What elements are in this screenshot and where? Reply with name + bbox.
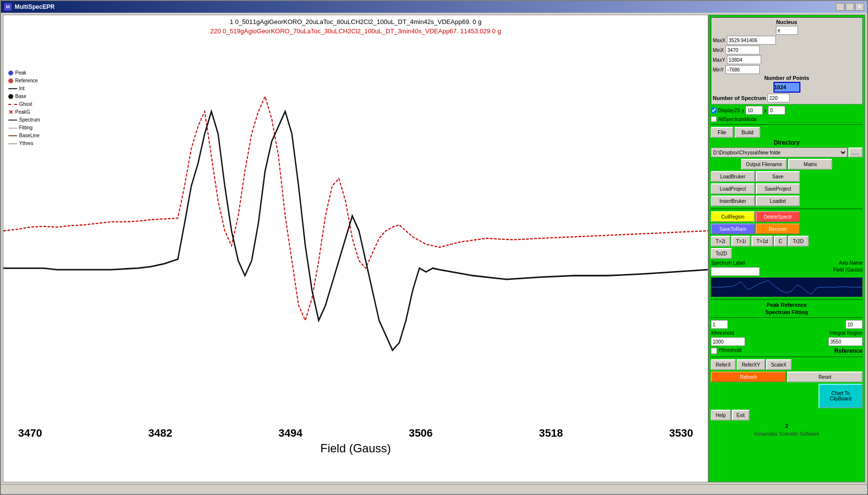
peak-reference-label: Peak Reference	[767, 302, 807, 308]
nucleus-value-row	[713, 26, 861, 35]
xthreshold-value-input[interactable]	[711, 337, 745, 346]
delete-spectr-button[interactable]: DeleteSpectr	[756, 211, 800, 222]
maxx-row: MaxX	[713, 36, 861, 45]
spectrum2-line	[3, 97, 708, 321]
top-section: Nucleus MaxX MinX	[711, 17, 863, 104]
chart-to-clipboard-button[interactable]: Chart To ClipBoard	[819, 384, 863, 408]
chart-area: 1 0_5011gAgiGeorKORO_20uLaToc_80uLCH2Cl2…	[3, 15, 708, 482]
c-button[interactable]: C	[774, 236, 787, 247]
maxx-label: MaxX	[713, 38, 725, 43]
display2s-checkbox[interactable]	[711, 107, 717, 113]
directory-label: Directory	[711, 139, 863, 146]
loadtxt-button[interactable]: Loadtxt	[756, 196, 800, 206]
load-project-button[interactable]: LoadProject	[711, 183, 755, 194]
spectrum-label-input[interactable]	[711, 267, 760, 276]
xthresh-row1	[711, 320, 863, 329]
title-bar: M MultiSpecEPR _ □ ✕	[1, 1, 867, 13]
maxx-input[interactable]	[727, 36, 776, 45]
display2s-x-input[interactable]	[768, 106, 785, 115]
cut-region-button[interactable]: CutRegion	[711, 211, 755, 222]
x-axis-labels: 3470 3482 3494 3506 3518 3530	[3, 425, 708, 442]
divider-1	[711, 124, 863, 125]
refresh-button[interactable]: Refresh	[711, 371, 786, 382]
help-button[interactable]: Help	[711, 410, 731, 421]
t2i-button[interactable]: T>2i	[711, 236, 730, 247]
right-panel: Nucleus MaxX MinX	[708, 15, 865, 482]
to2d-row: To2D	[711, 248, 863, 259]
save-to-ram-button[interactable]: SaveToRam	[711, 223, 755, 234]
nucleus-input[interactable]	[776, 26, 798, 35]
axis-name-value: Field (Gauss)	[833, 267, 863, 276]
page-number: 2	[711, 423, 863, 429]
load-bruker-button[interactable]: LoadBruker	[711, 171, 755, 182]
refer-scale-row: ReferX ReferXY ScaleX	[711, 359, 863, 370]
build-button[interactable]: Build	[735, 127, 760, 138]
refresh-reset-row: Refresh Reset	[711, 371, 863, 382]
scalex-button[interactable]: ScaleX	[766, 359, 792, 370]
referx-button[interactable]: ReferX	[711, 359, 736, 370]
clipboard-row: Chart To ClipBoard	[711, 384, 863, 408]
xthresh-input-1[interactable]	[711, 320, 728, 329]
allspectrummode-checkbox[interactable]	[711, 116, 717, 122]
integral-value-input[interactable]	[828, 337, 863, 346]
title-bar-controls: _ □ ✕	[836, 3, 864, 11]
x-label-3: 3506	[409, 427, 433, 440]
label-axis-inputs-row: Field (Gauss)	[711, 267, 863, 276]
minimize-button[interactable]: _	[836, 3, 844, 11]
output-filename-button[interactable]: Output Filename	[741, 159, 787, 170]
referxy-button[interactable]: ReferXY	[737, 359, 765, 370]
tr2d-button[interactable]: Tr2D	[788, 236, 809, 247]
miny-row: MinY	[713, 65, 861, 74]
directory-dots-button[interactable]: ......	[848, 148, 863, 157]
peak-reference-section: Peak Reference	[711, 302, 863, 308]
miny-input[interactable]	[725, 65, 760, 74]
window-title: MultiSpecEPR	[15, 3, 54, 10]
maxy-row: MaxY	[713, 55, 861, 64]
t1d-button[interactable]: T>1d	[751, 236, 772, 247]
file-button[interactable]: File	[711, 127, 733, 138]
recover-button[interactable]: Recover	[756, 223, 800, 234]
transform-row: T>2i T>1i T>1d C Tr2D	[711, 236, 863, 247]
save-button[interactable]: Save	[756, 171, 800, 182]
axis-name-label: Axis Name	[839, 260, 863, 266]
divider-4	[711, 317, 863, 318]
save-project-button[interactable]: SaveProject	[756, 183, 800, 194]
chart-title-2: 220 0_519gAgioGeorKORO_70uLaToc_30uLCH2C…	[3, 26, 708, 37]
minx-input[interactable]	[725, 46, 760, 54]
maxy-input[interactable]	[727, 55, 761, 64]
display2s-label: Display2S	[718, 108, 740, 113]
maximize-button[interactable]: □	[845, 3, 854, 11]
num-spectrum-input[interactable]	[768, 94, 790, 102]
save-recover-row: SaveToRam Recover	[711, 223, 863, 234]
t1i-button[interactable]: T>1i	[731, 236, 751, 247]
num-points-row: Number of Points	[713, 75, 861, 81]
matrix-button[interactable]: Matrix	[788, 159, 832, 170]
help-exit-row: Help Exit	[711, 410, 863, 421]
insert-bruker-button[interactable]: InsertBruker	[711, 196, 755, 206]
close-button[interactable]: ✕	[855, 3, 864, 11]
load-save-row: LoadBruker Save	[711, 171, 863, 182]
directory-row: D:\Dropbox\Chryssa\New folde ......	[711, 148, 863, 157]
bottom-bar	[1, 484, 867, 494]
minx-row: MinX	[713, 46, 861, 54]
xthresh-input-2[interactable]	[845, 320, 863, 329]
reference-label: Reference	[834, 347, 863, 354]
ythresh-ref-row: Ythreshold Reference	[711, 347, 863, 354]
display2s-y-input[interactable]	[746, 106, 763, 115]
directory-dropdown[interactable]: D:\Dropbox\Chryssa\New folde	[711, 148, 847, 157]
integral-region-label: Integral Region	[829, 330, 863, 336]
ythreshold-checkbox[interactable]	[711, 347, 717, 354]
x-label-4: 3518	[539, 427, 563, 440]
divider-2	[711, 208, 863, 209]
num-points-input[interactable]	[773, 82, 800, 93]
exit-button[interactable]: Exit	[732, 410, 750, 421]
reset-button[interactable]: Reset	[787, 371, 863, 382]
insert-load-row: InsertBruker Loadtxt	[711, 196, 863, 206]
x-label-2: 3494	[279, 427, 303, 440]
num-points-value-row	[713, 82, 861, 93]
display2s-row: Display2S y x	[711, 106, 863, 115]
allspectrummode-label: AllSpectrumMode	[718, 117, 757, 122]
minimap-line	[711, 280, 862, 295]
to2d-button[interactable]: To2D	[711, 248, 732, 259]
spectrum-label-label: Spectrum Label	[711, 260, 745, 266]
